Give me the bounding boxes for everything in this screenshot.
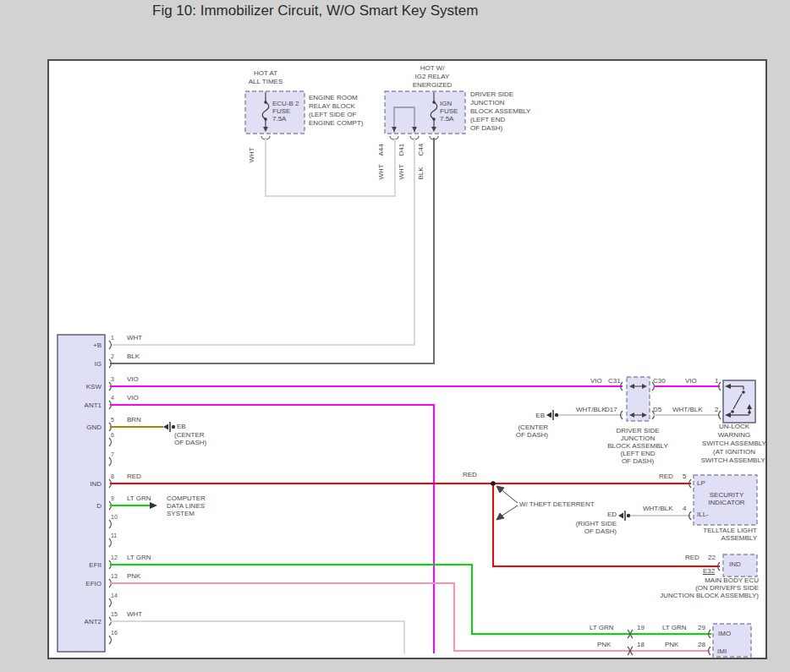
wire-red-label: RED — [685, 554, 699, 562]
hot-ig2-label-2: IG2 RELAY — [415, 73, 450, 81]
pin-number: 13 — [111, 572, 118, 581]
security-ill-label: ILL- — [697, 511, 709, 519]
junction-block-label-3: BLOCK ASSEMBLY — [470, 107, 530, 116]
pin-name: GND — [86, 423, 101, 432]
pin-number: 12 — [111, 554, 118, 562]
pin-number: 11 — [111, 532, 117, 540]
pin-number: 2 — [111, 352, 114, 361]
unlock-pin-1: 1 — [715, 377, 718, 385]
wire-color-label: RED — [127, 473, 141, 481]
wire-vio-label: VIO — [590, 377, 602, 385]
hot-at-label: HOT AT — [254, 69, 277, 78]
imi-label: IMI — [717, 647, 727, 656]
unlock-warning-switch-box — [719, 380, 756, 423]
wire-color-label: LT GRN — [127, 494, 151, 503]
wire-whtblk-label: WHT/BLK — [576, 406, 606, 414]
wire-pnk-label: PNK — [597, 641, 611, 649]
pin-name: D — [96, 502, 101, 511]
pin-number: 1 — [111, 334, 114, 342]
junction-block-label-2: JUNCTION — [470, 99, 504, 107]
pin-number: 16 — [111, 629, 118, 637]
all-times-label: ALL TIMES — [249, 78, 283, 86]
fuse-ecub2-rating: 7.5A — [272, 115, 286, 123]
conn-a44-label: A44 — [377, 144, 386, 156]
ground-eb1-label-3: OF DASH) — [174, 439, 206, 447]
pin-number: 7 — [111, 451, 114, 459]
telltale-label-2: ASSEMBLY — [721, 534, 757, 543]
wire-color-label: WHT — [127, 610, 142, 619]
wire-color-label: VIO — [127, 375, 139, 384]
ground-eb2-label-3: OF DASH) — [516, 431, 548, 440]
conn-19-label: 19 — [637, 624, 645, 632]
wire-ltgrn-label: LT GRN — [662, 624, 687, 632]
hot-ig2-label-3: ENERGIZED — [413, 81, 453, 90]
wire-whtblk-label: WHT/BLK — [672, 406, 703, 414]
pin-number: 3 — [111, 375, 114, 384]
fuse-ign-rating: 7.5A — [440, 115, 453, 123]
engine-block-label-2: RELAY BLOCK — [309, 102, 355, 111]
wire-a44-color: WHT — [377, 164, 386, 179]
wire-d41-color: WHT — [398, 164, 406, 179]
engine-block-label-3: (LEFT SIDE OF — [309, 111, 356, 119]
pin-name: ANT2 — [85, 618, 101, 626]
mbe-conn-e32: E32 — [703, 567, 715, 576]
pin-name: IG — [95, 360, 101, 369]
conn-d17-label: D17 — [605, 406, 617, 414]
wire-color-label: WHT — [127, 334, 142, 342]
wire-label-wht-vert: WHT — [248, 147, 256, 162]
pin-number: 5 — [111, 416, 114, 424]
hot-ig2-label-1: HOT W/ — [420, 64, 445, 73]
conn-c44-label: C44 — [417, 144, 425, 156]
ground-eb1-label-1: EB — [177, 423, 186, 431]
mbe-ind-label: IND — [729, 560, 741, 569]
pin-number: 9 — [111, 494, 114, 503]
engine-block-label-4: ENGINE COMPT) — [309, 119, 363, 128]
pin-name: IND — [90, 480, 101, 489]
imi-pin-28: 28 — [698, 641, 705, 649]
imo-pin-29: 29 — [698, 624, 705, 632]
pin-name: ANT1 — [85, 402, 101, 410]
wire-red-label: RED — [463, 471, 477, 479]
ground-ed-label-3: OF DASH) — [584, 527, 617, 536]
security-lp-label: LP — [697, 479, 705, 488]
splice-dot — [491, 481, 496, 486]
wire-whtblk-label: WHT/BLK — [643, 505, 673, 513]
unlock-switch-label-5: SWITCH ASSEMBLY) — [701, 456, 768, 465]
pin-number: 8 — [111, 473, 114, 481]
transponder-ecu-block — [58, 335, 112, 652]
conn-d5-label: D5 — [653, 406, 661, 414]
theft-deterrent-note: W/ THEFT DETERRENT — [519, 500, 595, 509]
ground-ed-label-1: ED — [607, 511, 617, 519]
wiring-diagram-canvas — [0, 0, 790, 672]
security-name-2: INDICATOR — [708, 499, 744, 507]
conn-18-label: 18 — [637, 641, 645, 649]
wire-color-label: PNK — [127, 572, 140, 581]
pin-number: 14 — [111, 592, 118, 600]
security-pin-4: 4 — [683, 505, 686, 513]
wire-c44-color: BLK — [417, 167, 425, 179]
junction-block-label-4: (LEFT END — [470, 116, 505, 124]
unlock-switch-label-1: UN-LOCK — [719, 423, 749, 431]
unlock-switch-label-4: (AT IGNITION — [713, 448, 755, 456]
unlock-switch-label-3: SWITCH ASSEMBLY — [702, 440, 766, 448]
wire-red-label: RED — [659, 473, 673, 481]
imo-label: IMO — [718, 630, 731, 638]
junction-block-label-5: OF DASH) — [470, 124, 502, 133]
engine-block-label-1: ENGINE ROOM — [309, 94, 358, 102]
pin-name: EFII — [89, 561, 101, 570]
data-lines-label-3: SYSTEM — [167, 510, 195, 518]
conn-d41-label: D41 — [398, 144, 406, 156]
conn-c30-label: C30 — [653, 377, 666, 385]
wiring-diagram-page: Fig 10: Immobilizer Circuit, W/O Smart K… — [0, 0, 790, 672]
page-title: Fig 10: Immobilizer Circuit, W/O Smart K… — [152, 3, 478, 19]
unlock-pin-2: 2 — [715, 406, 718, 414]
pin-number: 10 — [111, 513, 118, 522]
pin-number: 15 — [111, 610, 118, 619]
pin-name: EFIO — [85, 580, 101, 588]
wire-color-label: BLK — [127, 352, 140, 361]
diagram-frame — [48, 60, 766, 658]
junction-block2-label-5: OF DASH) — [622, 457, 654, 466]
wire-color-label: LT GRN — [127, 554, 151, 562]
ground-eb2-label-1: EB — [535, 412, 545, 420]
unlock-switch-label-2: WARNING — [718, 431, 750, 440]
